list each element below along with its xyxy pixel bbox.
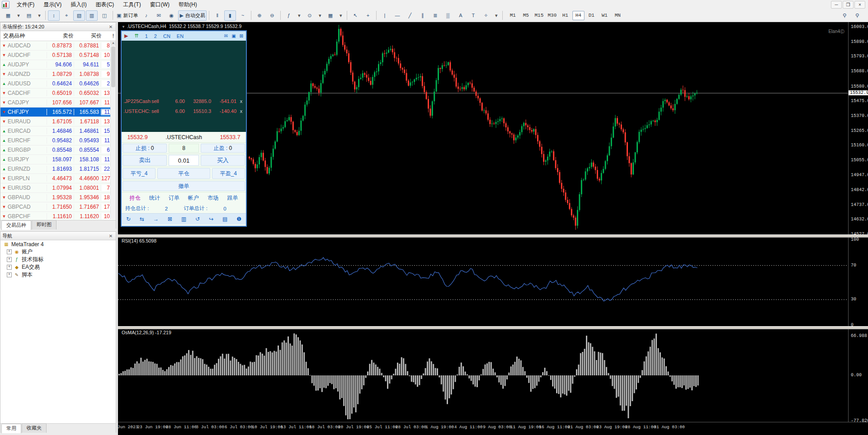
- trade-panel-tab-持仓[interactable]: 持仓: [125, 194, 145, 202]
- indicators-button[interactable]: ƒ: [283, 10, 295, 21]
- volume-input[interactable]: 0.01: [169, 155, 198, 166]
- col-bid[interactable]: 卖价: [47, 32, 75, 40]
- navigator-tab-常用[interactable]: 常用: [1, 424, 21, 433]
- mail-icon[interactable]: ✉: [224, 33, 228, 38]
- market-watch-scrollbar[interactable]: ▲: [110, 40, 116, 219]
- lang-en-button[interactable]: EN: [177, 33, 184, 39]
- cancel-orders-button[interactable]: 撤单: [123, 181, 245, 191]
- col-ask[interactable]: 买价: [75, 32, 104, 40]
- indicators-dropdown[interactable]: ▾: [296, 10, 303, 21]
- scroll-thumb[interactable]: [111, 47, 115, 87]
- data-window-toggle[interactable]: ⌖: [61, 10, 72, 21]
- channel-button[interactable]: ∥: [417, 10, 429, 21]
- zoom-in-button[interactable]: ⊕: [254, 10, 265, 21]
- trendline-button[interactable]: ╱: [404, 10, 416, 21]
- timeframe-W1[interactable]: W1: [599, 11, 611, 20]
- market-watch-toggle[interactable]: ↕: [48, 10, 60, 21]
- col-symbol[interactable]: 交易品种: [0, 32, 47, 40]
- indicator-splitter[interactable]: [118, 234, 868, 238]
- quote-row-AUDNZD[interactable]: ▼AUDNZD1.087291.087389: [0, 70, 116, 79]
- restore-button[interactable]: ❐: [843, 1, 854, 9]
- horizontal-line-button[interactable]: —: [392, 10, 403, 21]
- menu-显示(V)[interactable]: 显示(V): [39, 0, 66, 9]
- forward-icon[interactable]: →: [153, 216, 159, 222]
- close-position-button[interactable]: x: [236, 108, 246, 114]
- zoom-out-button[interactable]: ⊖: [266, 10, 278, 21]
- trade-panel-tab-市场[interactable]: 市场: [203, 194, 223, 202]
- new-chart-dropdown[interactable]: ▾: [15, 10, 22, 21]
- navigator-tab-收藏夹[interactable]: 收藏夹: [22, 423, 47, 433]
- quote-row-CADJPY[interactable]: ▼CADJPY107.656107.66711: [0, 98, 116, 108]
- menu-图表(C)[interactable]: 图表(C): [91, 0, 119, 9]
- quote-row-CHFJPY[interactable]: ▼CHFJPY165.572165.58311: [0, 108, 116, 117]
- trade-panel-tab-统计[interactable]: 统计: [145, 194, 164, 202]
- close-icon[interactable]: ✕: [108, 24, 114, 29]
- menu-帮助(H)[interactable]: 帮助(H): [174, 0, 202, 9]
- report-icon[interactable]: ▤: [222, 216, 227, 222]
- quote-row-EURCAD[interactable]: ▲EURCAD1.468461.4686115: [0, 126, 116, 136]
- market-watch-tab-即时图[interactable]: 即时图: [32, 220, 57, 229]
- scroll-up-icon[interactable]: ▲: [111, 40, 116, 46]
- time-axis[interactable]: 21 Jun 202323 Jun 19:0028 Jun 11:003 Jul…: [118, 422, 868, 433]
- candlestick-button[interactable]: ▮: [224, 10, 236, 21]
- redo-icon[interactable]: ↪: [209, 216, 213, 222]
- close-winning-button[interactable]: 平盈_4: [212, 168, 245, 179]
- arrows-button[interactable]: ✧: [480, 10, 492, 21]
- grid-button[interactable]: ▒: [442, 10, 454, 21]
- timeframe-M1[interactable]: M1: [507, 11, 519, 20]
- timeframe-D1[interactable]: D1: [585, 11, 598, 20]
- minimize-button[interactable]: ─: [831, 1, 842, 9]
- market-watch-tab-交易品种[interactable]: 交易品种: [1, 220, 31, 230]
- navigator-item-账户[interactable]: +◉账户: [0, 248, 116, 256]
- sell-button[interactable]: 卖出: [123, 155, 167, 166]
- quote-row-EURPLN[interactable]: ▼EURPLN4.464734.46600127: [0, 174, 116, 183]
- menu-窗口(W)[interactable]: 窗口(W): [146, 0, 174, 9]
- quote-row-EURJPY[interactable]: ▲EURJPY158.097158.10811: [0, 155, 116, 164]
- expand-icon[interactable]: ⇈: [134, 33, 138, 39]
- expand-icon[interactable]: +: [7, 272, 12, 277]
- refresh-icon[interactable]: ↻: [126, 216, 131, 222]
- undo-icon[interactable]: ↺: [195, 216, 200, 222]
- trade-panel-tab-帐户[interactable]: 帐户: [184, 194, 203, 202]
- layout-1-button[interactable]: 1: [145, 33, 148, 39]
- navigator-item-脚本[interactable]: +✎脚本: [0, 271, 116, 279]
- lang-cn-button[interactable]: CN: [163, 33, 170, 39]
- fibonacci-button[interactable]: ≣: [429, 10, 441, 21]
- new-order-button[interactable]: ▣新订单: [115, 10, 139, 21]
- quote-row-AUDJPY[interactable]: ▲AUDJPY94.60694.6115: [0, 60, 116, 70]
- delete-icon[interactable]: ▥: [181, 216, 186, 222]
- reverse-icon[interactable]: ⇆: [140, 216, 144, 222]
- quote-row-EURUSD[interactable]: ▼EURUSD1.079941.080017: [0, 183, 116, 193]
- timeframe-H4[interactable]: H4: [572, 11, 585, 20]
- mailbox-button[interactable]: ✉: [153, 10, 165, 21]
- search-button[interactable]: ⚲: [851, 10, 863, 21]
- quote-row-EURGBP[interactable]: ▲EURGBP0.855480.855546: [0, 145, 116, 155]
- vertical-line-button[interactable]: |: [379, 10, 391, 21]
- profiles-dropdown[interactable]: ▾: [36, 10, 43, 21]
- rsi-chart-canvas[interactable]: [118, 237, 848, 326]
- indicator-splitter[interactable]: [118, 326, 868, 329]
- auto-trading-button[interactable]: ▶自动交易: [178, 10, 206, 21]
- close-losing-button[interactable]: 平亏_4: [123, 168, 156, 179]
- quote-row-AUDCAD[interactable]: ▼AUDCAD0.878730.878818: [0, 41, 116, 51]
- alerts-button[interactable]: ♪: [140, 10, 152, 21]
- window-icon[interactable]: ▣: [231, 33, 236, 38]
- timeframe-M30[interactable]: M30: [546, 11, 558, 20]
- navigator-item-EA交易[interactable]: +◆EA交易: [0, 263, 116, 271]
- expand-icon[interactable]: +: [7, 257, 12, 262]
- quote-row-AUDUSD[interactable]: ▲AUDUSD0.646240.646262: [0, 79, 116, 89]
- quote-row-CADCHF[interactable]: ▼CADCHF0.650190.6503213: [0, 89, 116, 98]
- timeframe-M5[interactable]: M5: [520, 11, 532, 20]
- buy-button[interactable]: 买入: [201, 155, 245, 166]
- periods-button[interactable]: ⊙: [304, 10, 316, 21]
- trade-panel-tab-跟单[interactable]: 跟单: [223, 194, 242, 202]
- menu-工具(T)[interactable]: 工具(T): [118, 0, 145, 9]
- quote-row-EURNZD[interactable]: ▲EURNZD1.816931.8171522: [0, 164, 116, 174]
- take-profit-field[interactable]: 止盈 : 0: [201, 144, 245, 153]
- close-panel-icon[interactable]: ⊠: [240, 33, 243, 38]
- crosshair-button[interactable]: +: [362, 10, 374, 21]
- navigator-toggle[interactable]: ▧: [73, 10, 85, 21]
- info-icon[interactable]: ❶: [236, 216, 241, 222]
- expand-icon[interactable]: +: [7, 249, 12, 254]
- col-spread[interactable]: !: [104, 33, 116, 39]
